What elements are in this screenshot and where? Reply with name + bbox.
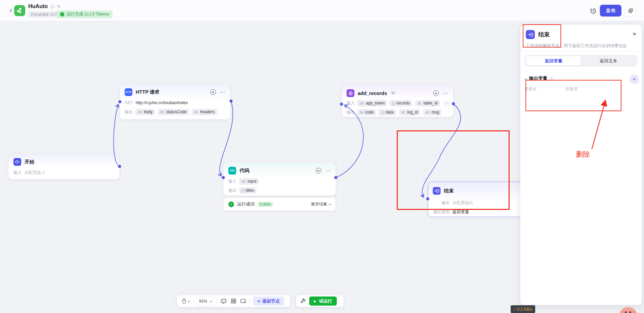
run-complete-badge[interactable]: ✓ 运行完成 1s | 0 Tokens — [57, 10, 112, 18]
chevron-down-icon — [210, 300, 212, 302]
node-http-request[interactable]: HTTP HTTP 请求 ▶ ⋯ GET http://v.juhe.cn/to… — [120, 84, 230, 120]
toolbar-divider — [250, 298, 250, 304]
param-type: int. — [160, 110, 165, 114]
port-start-output[interactable] — [118, 165, 121, 168]
http-node-icon: HTTP — [125, 88, 132, 96]
plus-icon: + — [257, 298, 260, 304]
top-bar: ‹ HuAutoⓘ✎ 已自动保存 21:50:08 ✓ 运行完成 1s | 0 … — [0, 0, 644, 21]
panel-description: 工作流的最终节点，用于返回工作流运行后的结果信息 — [526, 43, 637, 49]
param-name: app_token — [366, 101, 385, 105]
app-logo — [14, 5, 25, 16]
open-in-new-window-button[interactable] — [625, 5, 636, 16]
param-type: str. — [194, 110, 199, 114]
param-name: records — [396, 101, 410, 105]
tab-return-variables[interactable]: 返回变量 — [526, 56, 581, 65]
node-code[interactable]: </> 代码 ▶ ⋯ 输入 str.input 输出 [ ]titles — [223, 162, 336, 196]
panel-divider — [520, 51, 642, 52]
param-name: statusCode — [166, 109, 187, 114]
param-pill: str.app_token — [357, 100, 387, 106]
param-name: msg — [431, 110, 439, 115]
end-node-config-panel: 结束 × 工作流的最终节点，用于返回工作流运行后的结果信息 返回变量 返回文本 … — [520, 25, 642, 305]
close-panel-button[interactable]: × — [633, 31, 636, 37]
node-title: 结束 — [444, 188, 454, 194]
tab-return-text[interactable]: 返回文本 — [581, 56, 636, 65]
test-run-label: 试运行 — [319, 298, 332, 304]
run-node-button[interactable]: ▶ — [316, 168, 321, 174]
param-name: headers — [200, 109, 215, 114]
param-name: table_id — [423, 101, 438, 105]
auto-layout-button[interactable] — [230, 298, 237, 305]
expand-result-button[interactable]: 展开结果 — [311, 201, 331, 207]
chevron-down-icon — [328, 202, 331, 205]
output-label: 输出 — [433, 200, 450, 206]
node-start[interactable]: 开始 输入 未配置输入 — [8, 153, 120, 180]
code-node-icon: </> — [228, 167, 236, 175]
param-type: № — [360, 110, 363, 114]
param-type: str. — [417, 101, 422, 105]
plugin-icon — [391, 90, 395, 96]
wrench-icon[interactable] — [299, 298, 306, 305]
expand-result-label: 展开结果 — [311, 201, 327, 207]
edit-title-icon[interactable]: ✎ — [57, 4, 61, 9]
input-label: 输入 — [347, 100, 355, 106]
param-name: body — [144, 109, 153, 114]
add-node-button[interactable]: + 添加节点 — [253, 296, 284, 306]
param-pill: №code — [357, 109, 376, 116]
port-http-output[interactable] — [230, 100, 233, 103]
more-options-button[interactable]: ⋯ — [220, 91, 225, 94]
param-name: code — [365, 110, 374, 115]
comment-tool-button[interactable] — [220, 298, 227, 305]
mascot-eye — [625, 311, 626, 313]
run-node-button[interactable]: ▶ — [210, 89, 216, 95]
success-check-icon: ✓ — [228, 201, 234, 207]
info-icon: ⓘ — [550, 76, 553, 81]
port-add-records-input[interactable] — [340, 103, 343, 106]
workflow-title: HuAutoⓘ✎ — [28, 3, 61, 10]
param-pill: int.statusCode — [158, 109, 189, 115]
minimap-button[interactable] — [240, 298, 247, 305]
output-placeholder: 未配置输出 — [452, 200, 474, 206]
play-icon: ▶ — [314, 300, 316, 303]
request-url: http://v.juhe.cn/toutiao/index — [136, 100, 188, 105]
output-label: 输出 — [347, 109, 355, 115]
param-type: str. — [425, 110, 430, 114]
run-node-button[interactable]: ▶ — [433, 90, 439, 96]
network-speed-badge: ↑ 0.1 KB/s — [511, 305, 535, 313]
publish-button[interactable]: 发布 — [600, 5, 621, 17]
node-title: 代码 — [239, 167, 249, 174]
param-pill: str.log_id — [399, 109, 420, 116]
history-button[interactable] — [588, 6, 598, 16]
panel-header: 结束 — [526, 30, 550, 39]
more-options-button[interactable]: ⋯ — [443, 92, 448, 95]
run-result-card[interactable]: ✓ 运行成功 0.059s 展开结果 — [223, 197, 336, 211]
add-records-node-icon — [347, 89, 354, 97]
input-label: 输入 — [13, 170, 22, 176]
more-options-button[interactable]: ⋯ — [325, 169, 331, 173]
port-code-output[interactable] — [334, 176, 337, 179]
param-pill: str.msg — [423, 109, 442, 116]
port-end-input[interactable] — [426, 197, 429, 200]
param-pill: str.headers — [192, 109, 217, 115]
chevron-down-icon — [187, 300, 190, 302]
cursor-mode-button[interactable] — [181, 298, 191, 305]
check-icon: ✓ — [60, 12, 64, 17]
output-variables-section-header[interactable]: 输出变量 ⓘ — [525, 75, 553, 82]
node-title: 开始 — [25, 159, 34, 165]
variable-value-column-header: 变量值 — [565, 86, 578, 92]
param-type: str. — [242, 179, 246, 183]
info-icon[interactable]: ⓘ — [51, 4, 55, 9]
param-name: log_id — [407, 110, 418, 115]
port-add-records-output[interactable] — [452, 102, 455, 105]
run-duration-badge: 0.059s — [258, 202, 273, 207]
test-run-button[interactable]: ▶ 试运行 — [309, 296, 337, 306]
output-label: 输出 — [125, 109, 133, 115]
add-output-variable-button[interactable]: + — [630, 75, 639, 84]
port-http-input[interactable] — [119, 100, 122, 103]
port-code-input[interactable] — [222, 176, 225, 179]
param-pill: { }data — [379, 109, 396, 116]
zoom-level-select[interactable]: 91% — [194, 297, 217, 306]
end-node-icon — [433, 187, 441, 195]
network-speed-value: 0.1 KB/s — [517, 307, 532, 312]
param-type: str — [445, 101, 449, 105]
node-add-records[interactable]: add_records ▶ ⋯ 输入 str.app_token [ ]reco… — [342, 85, 453, 117]
